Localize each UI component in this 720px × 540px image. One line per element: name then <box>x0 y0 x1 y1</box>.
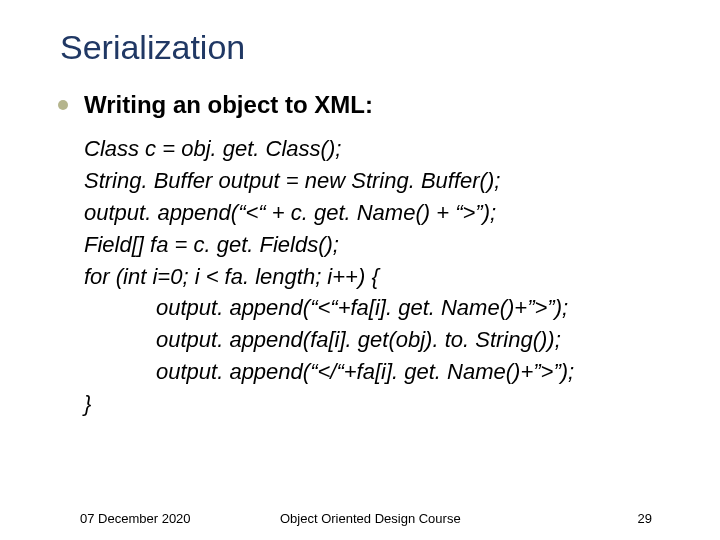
subheading-row: Writing an object to XML: <box>58 91 670 119</box>
footer-date: 07 December 2020 <box>80 511 191 526</box>
code-line: output. append(“<“ + c. get. Name() + “>… <box>84 197 670 229</box>
code-line: } <box>84 388 670 420</box>
code-line: Field[] fa = c. get. Fields(); <box>84 229 670 261</box>
footer-page-number: 29 <box>638 511 652 526</box>
code-line: output. append(fa[i]. get(obj). to. Stri… <box>84 324 670 356</box>
slide-content: Writing an object to XML: Class c = obj.… <box>58 91 670 420</box>
code-line: output. append(“</“+fa[i]. get. Name()+”… <box>84 356 670 388</box>
footer-course: Object Oriented Design Course <box>280 511 461 526</box>
code-line: for (int i=0; i < fa. length; i++) { <box>84 261 670 293</box>
subheading: Writing an object to XML: <box>84 91 373 119</box>
code-line: String. Buffer output = new String. Buff… <box>84 165 670 197</box>
code-line: Class c = obj. get. Class(); <box>84 133 670 165</box>
slide: Serialization Writing an object to XML: … <box>0 0 720 540</box>
slide-title: Serialization <box>60 28 670 67</box>
code-line: output. append(“<“+fa[i]. get. Name()+”>… <box>84 292 670 324</box>
code-block: Class c = obj. get. Class(); String. Buf… <box>84 133 670 420</box>
bullet-icon <box>58 100 68 110</box>
